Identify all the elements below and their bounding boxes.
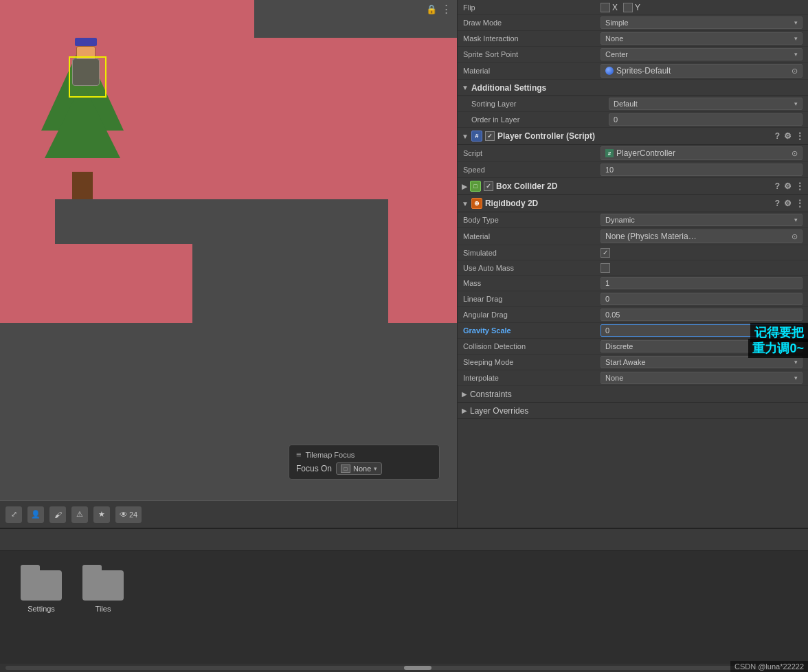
folder-settings[interactable]: Settings (21, 565, 62, 650)
body-type-chevron: ▾ (794, 216, 798, 223)
script-target-icon: ⊙ (792, 149, 798, 158)
dots-icon-pc[interactable]: ⋮ (796, 131, 804, 141)
layers-icon[interactable]: 👤 (27, 506, 44, 523)
settings-icon-pc[interactable]: ⚙ (784, 131, 792, 141)
focus-dropdown-icon: □ (341, 464, 350, 473)
physics-material-row: Material None (Physics Materia… ⊙ (458, 228, 808, 245)
mask-interaction-dropdown[interactable]: None ▾ (601, 32, 803, 45)
selection-box (69, 56, 106, 98)
box-collider-header: ▶ □ Box Collider 2D ? ⚙ ⋮ (458, 178, 808, 195)
settings-icon-rb[interactable]: ⚙ (784, 199, 792, 208)
order-in-layer-label: Order in Layer (471, 115, 609, 124)
sprite-sort-point-dropdown[interactable]: Center ▾ (601, 48, 803, 60)
player-controller-toggle[interactable] (485, 131, 495, 141)
gravity-scale-field[interactable]: 0 (601, 324, 803, 337)
rigidbody-arrow[interactable]: ▼ (462, 200, 469, 208)
mask-interaction-text: None (605, 34, 623, 43)
scrollbar-thumb[interactable] (404, 666, 431, 670)
more-options-icon[interactable]: ⋮ (441, 3, 451, 15)
simulated-label: Simulated (463, 249, 601, 257)
draw-mode-chevron: ▾ (794, 19, 798, 26)
sorting-layer-chevron: ▾ (794, 100, 798, 107)
collision-detection-label: Collision Detection (463, 342, 601, 350)
linear-drag-value: 0 (601, 293, 803, 305)
layer-overrides-header: ▶ Layer Overrides (458, 403, 808, 419)
focus-dropdown[interactable]: □ None ▾ (336, 462, 382, 475)
additional-settings-arrow[interactable]: ▼ (462, 84, 469, 91)
bg-block-top-left (0, 0, 254, 199)
sorting-layer-label: Sorting Layer (471, 100, 609, 108)
linear-drag-field[interactable]: 0 (601, 293, 803, 305)
dots-icon-bc[interactable]: ⋮ (796, 181, 804, 191)
sorting-layer-text: Default (614, 100, 638, 108)
toolbar-top-icons: 🔒 ⋮ (426, 3, 451, 15)
player-controller-icon: # (471, 131, 482, 142)
angular-drag-field[interactable]: 0.05 (601, 309, 803, 321)
interpolate-text: None (605, 374, 623, 382)
brush-icon[interactable]: 🖌 (49, 506, 66, 523)
simulated-checkbox[interactable] (601, 248, 610, 258)
visibility-counter[interactable]: 👁 24 (115, 506, 142, 523)
help-icon-bc[interactable]: ? (775, 181, 780, 191)
simulated-row: Simulated (458, 245, 808, 260)
constraints-title: Constraints (470, 390, 804, 399)
script-ref-field[interactable]: # PlayerController ⊙ (601, 146, 803, 160)
flip-row: Flip X Y (458, 0, 808, 15)
material-row: Material Sprites-Default ⊙ (458, 63, 808, 80)
material-label: Material (463, 67, 601, 75)
folder-settings-label: Settings (27, 605, 55, 613)
scrollbar-track[interactable] (5, 666, 803, 670)
rb-icon: ⊕ (474, 200, 480, 207)
maximize-icon[interactable]: ⤢ (5, 506, 22, 523)
draw-mode-dropdown[interactable]: Simple ▾ (601, 16, 803, 29)
constraints-arrow[interactable]: ▶ (462, 390, 467, 398)
star-icon[interactable]: ★ (93, 506, 110, 523)
layer-overrides-arrow[interactable]: ▶ (462, 407, 467, 414)
flip-area: X Y (601, 3, 640, 12)
flip-y-checkbox[interactable] (623, 3, 633, 12)
csdn-watermark: CSDN @luna*22222 (730, 661, 808, 672)
box-collider-toggle[interactable] (484, 181, 493, 191)
material-field[interactable]: Sprites-Default ⊙ (601, 64, 803, 78)
box-collider-arrow[interactable]: ▶ (462, 183, 467, 190)
sorting-layer-dropdown[interactable]: Default ▾ (609, 98, 803, 110)
draw-mode-text: Simple (605, 19, 629, 27)
rigidbody-title: Rigidbody 2D (485, 199, 772, 208)
physics-material-label: Material (463, 232, 601, 240)
order-in-layer-field[interactable]: 0 (609, 113, 803, 126)
sleeping-mode-text: Start Awake (605, 358, 646, 366)
interpolate-dropdown[interactable]: None ▾ (601, 372, 803, 384)
dots-icon-rb[interactable]: ⋮ (796, 199, 804, 208)
help-icon-pc[interactable]: ? (775, 131, 780, 141)
body-type-value: Dynamic ▾ (601, 214, 803, 226)
additional-settings-header: ▼ Additional Settings (458, 80, 808, 96)
flip-x-checkbox[interactable] (601, 3, 610, 12)
folder-tiles-label: Tiles (96, 605, 111, 613)
eye-icon: 👁 (120, 510, 128, 519)
interpolate-chevron: ▾ (794, 374, 798, 381)
bg-block-right-lower (388, 199, 457, 323)
linear-drag-row: Linear Drag 0 (458, 291, 808, 307)
flip-label: Flip (463, 3, 601, 12)
mask-interaction-row: Mask Interaction None ▾ (458, 31, 808, 47)
physics-material-field[interactable]: None (Physics Materia… ⊙ (601, 229, 803, 243)
tilemap-focus-row: Focus On □ None ▾ (296, 462, 432, 475)
speed-field[interactable]: 10 (601, 164, 803, 176)
mask-interaction-label: Mask Interaction (463, 34, 601, 43)
body-type-dropdown[interactable]: Dynamic ▾ (601, 214, 803, 226)
folder-body (21, 570, 62, 601)
angular-drag-label: Angular Drag (463, 311, 601, 319)
lock-icon[interactable]: 🔒 (426, 4, 437, 14)
hash-icon: # (475, 133, 478, 139)
folder-tiles[interactable]: Tiles (82, 565, 124, 650)
settings-icon-bc[interactable]: ⚙ (784, 181, 792, 191)
folder-tiles-icon (82, 565, 124, 601)
help-icon-rb[interactable]: ? (775, 199, 780, 208)
player-controller-arrow[interactable]: ▼ (462, 133, 469, 140)
gravity-annotation-2: 重力调0~ (748, 339, 808, 358)
alert-icon[interactable]: ⚠ (71, 506, 88, 523)
sleeping-mode-label: Sleeping Mode (463, 358, 601, 366)
use-auto-mass-checkbox[interactable] (601, 263, 610, 273)
tilemap-focus-header: ≡ Tilemap Focus (296, 449, 432, 460)
mass-field[interactable]: 1 (601, 277, 803, 289)
